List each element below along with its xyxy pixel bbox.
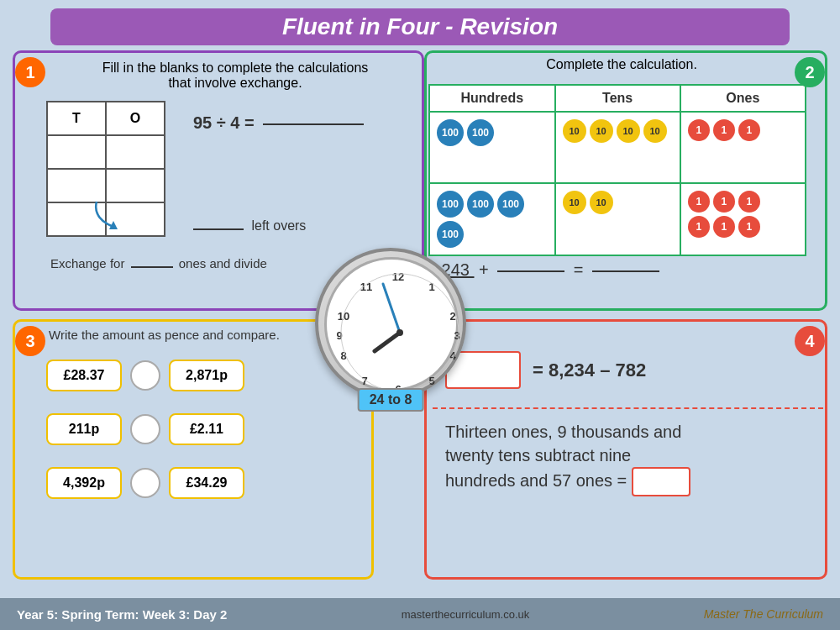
svg-text:12: 12 — [392, 270, 404, 283]
clock-label: 24 to 8 — [358, 388, 424, 412]
clock-container: 12 1 2 3 4 5 6 7 8 9 10 11 — [311, 248, 470, 407]
clock-inner: 12 1 2 3 4 5 6 7 8 9 10 11 — [324, 257, 459, 391]
page-title: Fluent in Four - Revision — [67, 13, 773, 40]
footer-brand: Master The Curriculum — [704, 607, 823, 621]
section1-number: 1 — [15, 57, 45, 87]
svg-point-16 — [396, 329, 403, 336]
section4-border — [424, 319, 827, 580]
clock-svg: 12 1 2 3 4 5 6 7 8 9 10 11 — [333, 265, 467, 400]
svg-line-14 — [375, 333, 400, 351]
title-bar: Fluent in Four - Revision — [50, 8, 790, 45]
section4-number: 4 — [795, 326, 825, 356]
clock-face: 12 1 2 3 4 5 6 7 8 9 10 11 — [315, 248, 466, 399]
footer-website: masterthecurriculum.co.uk — [402, 608, 529, 621]
svg-text:3: 3 — [454, 329, 459, 342]
svg-text:11: 11 — [360, 281, 372, 293]
footer: Year 5: Spring Term: Week 3: Day 2 maste… — [0, 598, 840, 630]
section3-number: 3 — [15, 326, 45, 356]
svg-text:1: 1 — [428, 281, 434, 293]
footer-year: Year 5: Spring Term: Week 3: Day 2 — [17, 607, 227, 622]
svg-line-15 — [383, 284, 400, 333]
section2-number: 2 — [795, 57, 825, 87]
section2-border — [424, 50, 827, 311]
